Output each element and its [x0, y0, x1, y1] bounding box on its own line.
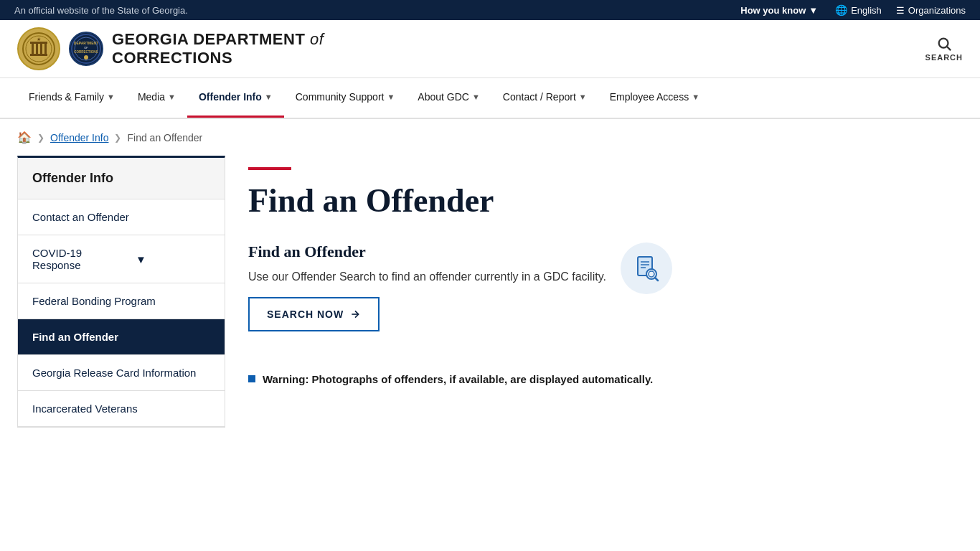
sidebar-item-release-card[interactable]: Georgia Release Card Information — [18, 355, 225, 391]
magnify-document-icon — [632, 254, 661, 283]
site-header: ★ DEPARTMENT OF CORRECTIONS GEORGIA DEPA… — [0, 20, 980, 78]
main-content: Find an Offender Find an Offender Use ou… — [248, 156, 963, 428]
top-bar: An official website of the State of Geor… — [0, 0, 980, 20]
svg-text:DEPARTMENT: DEPARTMENT — [74, 41, 98, 45]
department-badge: DEPARTMENT OF CORRECTIONS — [69, 32, 103, 66]
sidebar-item-incarcerated-veterans[interactable]: Incarcerated Veterans — [18, 391, 225, 427]
main-layout: Offender Info Contact an Offender COVID-… — [0, 156, 980, 456]
arrow-right-icon — [349, 309, 361, 320]
chevron-down-icon: ▼ — [387, 93, 395, 101]
chevron-down-icon: ▼ — [809, 5, 818, 16]
svg-rect-3 — [36, 44, 38, 54]
find-offender-section: Find an Offender Use our Offender Search… — [248, 242, 963, 354]
chevron-down-icon: ▼ — [692, 93, 699, 101]
breadcrumb-current: Find an Offender — [127, 132, 202, 143]
sidebar: Offender Info Contact an Offender COVID-… — [17, 156, 225, 428]
chevron-down-icon: ▼ — [579, 93, 587, 101]
organizations-button[interactable]: ☰ Organizations — [896, 5, 966, 16]
sidebar-item-contact-offender[interactable]: Contact an Offender — [18, 199, 225, 235]
chevron-down-icon: ▼ — [107, 93, 115, 101]
title-italic: of — [310, 30, 324, 48]
accent-line — [248, 167, 291, 170]
svg-text:CORRECTIONS: CORRECTIONS — [74, 50, 98, 54]
section-text: Find an Offender Use our Offender Search… — [248, 242, 606, 354]
nav-item-media[interactable]: Media ▼ — [126, 78, 187, 118]
section-title: Find an Offender — [248, 242, 606, 261]
sidebar-title: Offender Info — [18, 158, 225, 199]
nav-item-offender-info[interactable]: Offender Info ▼ — [187, 78, 284, 118]
svg-rect-7 — [30, 54, 47, 56]
nav-item-contact-report[interactable]: Contact / Report ▼ — [491, 78, 598, 118]
svg-line-16 — [947, 47, 951, 50]
breadcrumb-offender-info[interactable]: Offender Info — [50, 132, 108, 143]
svg-text:★: ★ — [37, 37, 41, 42]
search-now-button[interactable]: SEARCH NOW — [248, 297, 380, 331]
list-icon: ☰ — [896, 5, 905, 16]
section-description: Use our Offender Search to find an offen… — [248, 268, 606, 286]
state-seal-logo: ★ — [17, 27, 60, 70]
search-button[interactable]: SEARCH — [925, 36, 963, 62]
nav-list: Friends & Family ▼ Media ▼ Offender Info… — [17, 78, 963, 118]
home-icon[interactable]: 🏠 — [17, 131, 32, 144]
title-sub-text: CORRECTIONS — [112, 49, 324, 67]
nav-item-community-support[interactable]: Community Support ▼ — [284, 78, 407, 118]
warning-icon — [248, 375, 255, 382]
chevron-down-icon: ▼ — [472, 93, 480, 101]
sidebar-item-find-offender[interactable]: Find an Offender — [18, 319, 225, 355]
svg-line-23 — [655, 278, 658, 281]
chevron-down-icon: ▼ — [121, 242, 225, 277]
svg-point-14 — [84, 55, 88, 60]
globe-icon: 🌐 — [835, 4, 847, 16]
svg-rect-4 — [40, 44, 42, 54]
site-title: GEORGIA DEPARTMENT of CORRECTIONS — [112, 30, 324, 67]
nav-item-about-gdc[interactable]: About GDC ▼ — [406, 78, 491, 118]
header-logos: ★ DEPARTMENT OF CORRECTIONS GEORGIA DEPA… — [17, 27, 324, 70]
chevron-down-icon: ▼ — [265, 93, 273, 101]
chevron-down-icon: ▼ — [168, 93, 176, 101]
warning-block: Warning: Photographs of offenders, if av… — [248, 372, 963, 388]
nav-item-friends-family[interactable]: Friends & Family ▼ — [17, 78, 126, 118]
breadcrumb: 🏠 ❯ Offender Info ❯ Find an Offender — [0, 119, 980, 156]
warning-text: Warning: Photographs of offenders, if av… — [263, 372, 653, 388]
svg-rect-5 — [44, 44, 47, 54]
top-bar-right: 🌐 English ☰ Organizations — [835, 4, 966, 16]
main-nav: Friends & Family ▼ Media ▼ Offender Info… — [0, 78, 980, 119]
official-text: An official website of the State of Geor… — [14, 5, 188, 16]
how-you-know-button[interactable]: How you know ▼ — [740, 5, 818, 16]
breadcrumb-separator: ❯ — [37, 133, 44, 143]
page-title: Find an Offender — [248, 182, 963, 220]
svg-rect-2 — [32, 44, 34, 54]
sidebar-item-federal-bonding[interactable]: Federal Bonding Program — [18, 283, 225, 319]
svg-text:OF: OF — [84, 46, 88, 50]
search-icon — [936, 36, 952, 52]
nav-item-employee-access[interactable]: Employee Access ▼ — [598, 78, 711, 118]
breadcrumb-separator: ❯ — [114, 133, 121, 143]
search-illustration — [621, 242, 672, 294]
language-selector[interactable]: 🌐 English — [835, 4, 882, 16]
sidebar-item-covid19[interactable]: COVID-19 Response ▼ — [18, 235, 225, 283]
title-main-text: GEORGIA DEPARTMENT — [112, 30, 310, 48]
svg-point-15 — [938, 39, 948, 48]
